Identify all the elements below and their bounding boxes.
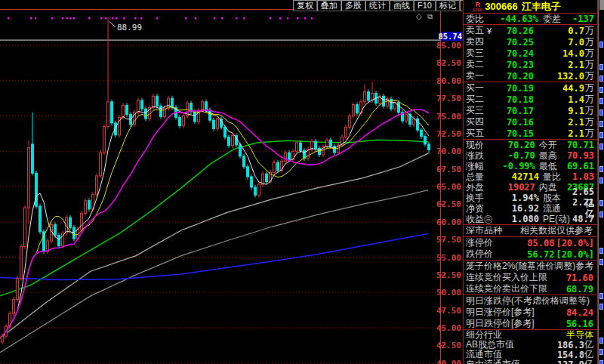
menu-item-f10[interactable]: F10 bbox=[414, 0, 436, 11]
quote-stats: 现价70.20 今开70.71 涨跌-0.70 最高70.93 涨幅-0.99%… bbox=[464, 140, 597, 225]
trading-terminal: 88.9985.0082.5080.0077.5075.0072.5070.00… bbox=[0, 0, 604, 364]
svg-text:47.50: 47.50 bbox=[436, 306, 461, 316]
svg-text:60.00: 60.00 bbox=[436, 217, 461, 227]
stock-name: 江丰电子 bbox=[522, 0, 561, 14]
quote-panel: R 1000 300666 江丰电子 委比 -44.63% 委差 -137 卖五… bbox=[463, 0, 598, 364]
margin-trading-badge: R 1000 bbox=[473, 2, 482, 12]
cage-price-section: 笼子价格2%(随基准价调整)参考 连续竞价买入价上限 71.60 连续竞价卖出价… bbox=[464, 261, 597, 295]
svg-text:57.50: 57.50 bbox=[436, 235, 461, 245]
strip-mark bbox=[599, 132, 603, 138]
menu-item-huaxian[interactable]: 画线 bbox=[390, 0, 414, 11]
tomorrow-limit-up-row: 明日涨停价[参考] 84.24 bbox=[464, 307, 597, 318]
weibi-value: -44.63% bbox=[491, 14, 538, 24]
strip-mark bbox=[599, 304, 603, 310]
svg-text:52.50: 52.50 bbox=[436, 270, 461, 280]
industry-section: 细分行业 半导体 AB股总市值 186.3亿 流通市值 154.8亿 自由流通市… bbox=[464, 330, 597, 364]
svg-text:85.74: 85.74 bbox=[438, 32, 462, 41]
strip-mark bbox=[599, 259, 603, 265]
svg-text:55.00: 55.00 bbox=[436, 253, 461, 263]
svg-text:72.50: 72.50 bbox=[436, 129, 461, 139]
strip-mark bbox=[599, 293, 603, 299]
tomorrow-limit-down-row: 明日跌停价[参考] 56.16 bbox=[464, 318, 597, 329]
menu-item-tongji[interactable]: 统计 bbox=[365, 0, 390, 11]
free-float-cap-row: 自由流通市值 127.9亿 bbox=[464, 359, 597, 364]
svg-text:70.00: 70.00 bbox=[436, 147, 461, 156]
ask-row-4[interactable]: 卖四 70.25 7.0万 bbox=[464, 36, 597, 48]
stat-row: 收益㊂1.080 PE(动)48.7 bbox=[464, 214, 597, 224]
svg-text:65.00: 65.00 bbox=[436, 182, 461, 192]
svg-text:75.00: 75.00 bbox=[436, 112, 461, 122]
tomorrow-limits-section: 明日涨跌停(不考虑价格调整等) 明日涨停价[参考] 84.24 明日跌停价[参考… bbox=[464, 295, 597, 330]
strip-mark bbox=[599, 121, 603, 127]
weicha-value: -137 bbox=[572, 14, 597, 24]
strip-mark bbox=[599, 87, 603, 93]
strip-mark bbox=[599, 64, 603, 70]
ask-row-3[interactable]: 卖三 70.24 14.0万 bbox=[464, 48, 597, 59]
strip-mark bbox=[599, 200, 603, 206]
stock-header: R 1000 300666 江丰电子 bbox=[464, 0, 597, 14]
strip-mark bbox=[599, 177, 603, 184]
bid-row-3[interactable]: 买三 70.17 9.1万 bbox=[464, 105, 597, 116]
window-marker-icon[interactable]: ⧉ bbox=[427, 13, 433, 20]
svg-text:50.00: 50.00 bbox=[436, 288, 461, 298]
strip-mark bbox=[599, 76, 603, 82]
bid-row-1[interactable]: 买一 70.19 44.9万 bbox=[464, 82, 597, 94]
ask-book: 卖五¥ 70.26 0.7万 卖四 70.25 7.0万 卖三 70.24 14… bbox=[464, 25, 597, 82]
svg-text:88.99: 88.99 bbox=[117, 23, 142, 32]
strip-mark bbox=[599, 248, 603, 254]
limit-down-row: 跌停价 56.72 [20.0%] bbox=[464, 248, 597, 260]
strip-mark bbox=[599, 98, 603, 104]
svg-text:42.50: 42.50 bbox=[436, 341, 461, 350]
strip-mark bbox=[599, 349, 603, 355]
svg-text:45.00: 45.00 bbox=[436, 323, 461, 333]
svg-text:67.50: 67.50 bbox=[436, 165, 461, 174]
strip-mark bbox=[599, 110, 603, 116]
svg-text:80.00: 80.00 bbox=[436, 76, 461, 86]
menu-item-duogu[interactable]: 多股 bbox=[341, 0, 365, 11]
svg-text:82.50: 82.50 bbox=[436, 58, 461, 68]
strip-mark bbox=[599, 211, 603, 217]
strip-mark bbox=[599, 143, 603, 150]
stock-code: 300666 bbox=[485, 1, 517, 12]
kline-chart[interactable]: 88.9985.0082.5080.0077.5075.0072.5070.00… bbox=[0, 0, 463, 364]
ask-row-2[interactable]: 卖二 70.23 2.1万 bbox=[464, 59, 597, 70]
strip-mark bbox=[599, 360, 603, 364]
price-limits: 涨停价 85.08 [20.0%] 跌停价 56.72 [20.0%] bbox=[464, 237, 597, 261]
ask-row-5[interactable]: 卖五¥ 70.26 0.7万 bbox=[464, 25, 597, 36]
side-scroll-strip[interactable] bbox=[598, 0, 604, 364]
menu-item-biaoji[interactable]: 标记 bbox=[436, 0, 460, 11]
svg-text:85.00: 85.00 bbox=[436, 41, 461, 51]
limit-up-row: 涨停价 85.08 [20.0%] bbox=[464, 237, 597, 248]
scroll-cap bbox=[599, 0, 604, 10]
strip-mark bbox=[599, 338, 603, 344]
strip-mark bbox=[599, 42, 603, 48]
cage-sell-floor-row: 连续竞价卖出价下限 68.79 bbox=[464, 283, 597, 295]
weibi-row: 委比 -44.63% 委差 -137 bbox=[464, 14, 597, 25]
svg-text:77.50: 77.50 bbox=[436, 94, 461, 103]
svg-text:40.00: 40.00 bbox=[436, 359, 461, 364]
strip-mark bbox=[599, 166, 603, 172]
bid-row-2[interactable]: 买二 70.18 1.4万 bbox=[464, 94, 597, 105]
ask-row-1[interactable]: 卖一 70.20 132.0万 bbox=[464, 70, 597, 82]
bid-row-4[interactable]: 买四 70.16 2.1万 bbox=[464, 116, 597, 128]
bid-row-5[interactable]: 买五 70.15 2.1万 bbox=[464, 128, 597, 139]
bid-book: 买一 70.19 44.9万 买二 70.18 1.4万 买三 70.17 9.… bbox=[464, 82, 597, 140]
svg-text:62.50: 62.50 bbox=[436, 199, 461, 209]
menu-item-fuquan[interactable]: 复权 bbox=[293, 0, 317, 11]
menu-item-diejia[interactable]: 叠加 bbox=[317, 0, 341, 11]
diamond-marker-icon[interactable]: ◇ bbox=[416, 13, 422, 20]
market-note: 深市品种 相关数据仅供参考 bbox=[464, 225, 597, 237]
cage-buy-cap-row: 连续竞价买入价上限 71.60 bbox=[464, 272, 597, 283]
